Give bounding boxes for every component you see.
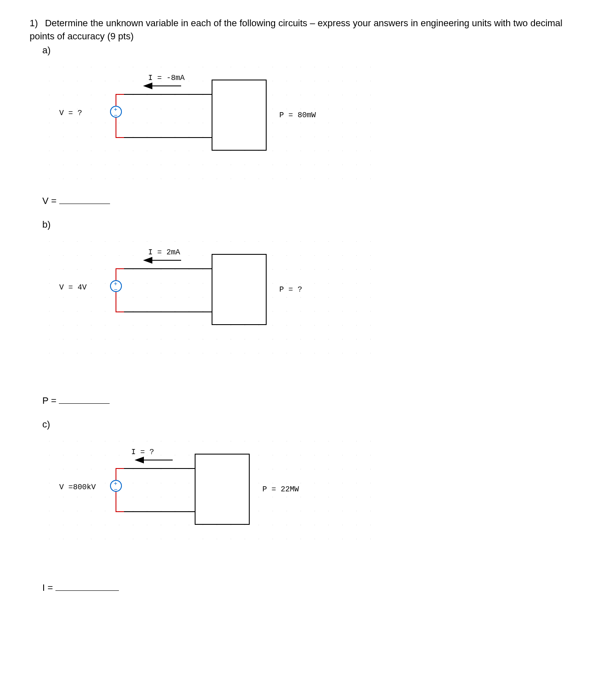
power-label: P = 80mW: [279, 111, 316, 119]
voltage-source-icon: [110, 280, 122, 292]
circuit-b: I = 2mA V = 4V P = ?: [42, 234, 381, 361]
answer-blank[interactable]: [59, 396, 110, 404]
arrow-tail: [152, 85, 181, 86]
question-body: Determine the unknown variable in each o…: [30, 18, 562, 41]
voltage-source-icon: [110, 480, 122, 492]
wire: [116, 94, 124, 95]
answer-c: I =: [42, 582, 579, 593]
current-label: I = -8mA: [148, 74, 185, 82]
load-element: [212, 254, 267, 325]
load-element: [212, 80, 267, 151]
question-number: 1): [30, 17, 42, 30]
answer-blank[interactable]: [55, 583, 119, 591]
answer-a-prefix: V =: [42, 196, 57, 206]
wire: [116, 268, 124, 269]
answer-a: V =: [42, 196, 579, 207]
question-prompt: 1) Determine the unknown variable in eac…: [30, 17, 579, 43]
wire: [116, 511, 124, 512]
wire: [116, 492, 116, 512]
current-label: I = 2mA: [148, 248, 180, 256]
wire: [116, 268, 116, 280]
voltage-label: V =800kV: [59, 483, 96, 491]
answer-b-prefix: P =: [42, 395, 56, 406]
document-page: 1) Determine the unknown variable in eac…: [0, 0, 609, 700]
part-c-label: c): [42, 419, 579, 430]
wire: [116, 118, 116, 138]
voltage-label: V = ?: [59, 109, 82, 117]
current-arrow-icon: [135, 457, 144, 463]
part-a-label: a): [42, 45, 579, 56]
wire: [116, 311, 124, 312]
current-arrow-icon: [143, 257, 152, 264]
answer-c-prefix: I =: [42, 582, 53, 593]
arrow-tail: [143, 460, 173, 460]
power-label: P = ?: [279, 285, 302, 294]
circuit-a: I = -8mA V = ? P = 80mW: [42, 60, 381, 187]
load-element: [195, 454, 250, 525]
wire: [116, 94, 116, 106]
answer-blank[interactable]: [59, 196, 110, 204]
arrow-tail: [152, 260, 181, 261]
circuit-c: I = ? V =800kV P = 22MW: [42, 434, 381, 553]
current-arrow-icon: [143, 83, 152, 89]
answer-b: P =: [42, 395, 579, 406]
current-label: I = ?: [131, 448, 154, 456]
wire: [116, 137, 124, 138]
wire: [116, 468, 116, 480]
part-b-label: b): [42, 219, 579, 230]
voltage-source-icon: [110, 106, 122, 118]
power-label: P = 22MW: [262, 485, 299, 493]
wire: [116, 468, 124, 469]
wire: [116, 292, 116, 312]
voltage-label: V = 4V: [59, 283, 87, 292]
